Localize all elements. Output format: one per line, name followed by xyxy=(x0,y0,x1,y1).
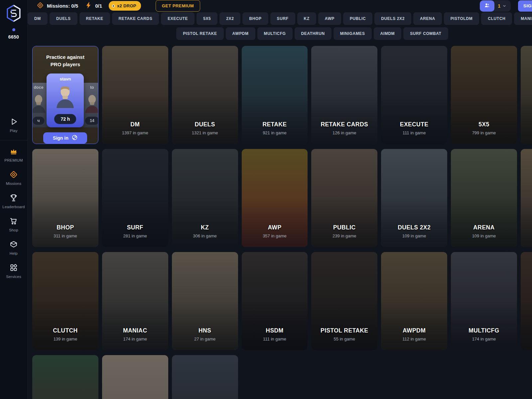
mode-card-player-count: 111 in game xyxy=(381,130,447,135)
brand-logo-icon[interactable] xyxy=(5,4,22,23)
mode-card-retake-cards[interactable]: RETAKE CARDS126 in game xyxy=(311,46,377,144)
mode-card-kz[interactable]: KZ306 in game xyxy=(172,149,238,247)
filter-tab-pistol-retake[interactable]: PISTOL RETAKE xyxy=(176,27,223,40)
mode-card-title: AWP xyxy=(242,224,308,231)
mode-card-surf[interactable]: SURF281 in game xyxy=(102,149,168,247)
sidebar-item-services[interactable]: Services xyxy=(0,259,27,283)
mode-card-title: DEATHRUN xyxy=(521,327,532,334)
filter-tab-clutch[interactable]: CLUTCH xyxy=(481,12,512,25)
mode-card-hns[interactable]: HNS27 in game xyxy=(172,252,238,350)
mode-card-title: PISTOL RETAKE xyxy=(311,327,377,334)
filter-tab-multicfg[interactable]: MULTICFG xyxy=(257,27,293,40)
mode-card-meta: DM1397 in game xyxy=(102,121,168,135)
tag-hole-icon xyxy=(112,5,115,7)
filter-tab-2x2[interactable]: 2X2 xyxy=(219,12,240,25)
filter-tab-awp[interactable]: AWP xyxy=(318,12,341,25)
players-button[interactable] xyxy=(480,0,494,12)
filter-tab-minigames[interactable]: MINIGAMES xyxy=(333,27,372,40)
sidebar-item-premium[interactable]: PREMIUM xyxy=(0,143,27,166)
mode-card-image xyxy=(32,355,98,399)
filter-tab-awpdm[interactable]: AWPDM xyxy=(226,27,255,40)
mode-card-awpdm[interactable]: AWPDM112 in game xyxy=(381,252,447,350)
filter-tab-duels[interactable]: DUELS xyxy=(50,12,77,25)
filter-tab-maniac[interactable]: MANIAC xyxy=(514,12,532,25)
pro-players-promo-card[interactable]: Practice against PRO players doce ч stav… xyxy=(32,46,98,144)
filter-tab-5x5[interactable]: 5X5 xyxy=(197,12,217,25)
promo-sign-in-label: Sign in xyxy=(53,135,68,141)
mode-card-player-count: 799 in game xyxy=(451,130,517,135)
mode-card-5x5[interactable]: 5X5799 in game xyxy=(451,46,517,144)
pro-player-photo xyxy=(53,83,77,110)
mode-card-title: AWPDM xyxy=(381,327,447,334)
promo-sign-in-button[interactable]: Sign in xyxy=(43,132,87,144)
mode-card-player-count: 281 in game xyxy=(102,233,168,238)
filter-tab-kz[interactable]: KZ xyxy=(297,12,316,25)
mode-card-player-count: 174 in game xyxy=(451,336,517,341)
mode-card-title: MULTICFG xyxy=(451,327,517,334)
mode-card-duels[interactable]: DUELS1321 in game xyxy=(172,46,238,144)
get-premium-button[interactable]: GET PREMIUM xyxy=(156,0,200,12)
filter-tab-public[interactable]: PUBLIC xyxy=(343,12,372,25)
mode-card-2x2[interactable]: 2X2227 in game xyxy=(521,46,532,144)
sidebar-item-label: Services xyxy=(6,275,21,279)
bolt-icon xyxy=(85,2,92,10)
mode-card-meta: DUELS 2X2109 in game xyxy=(381,224,447,238)
mode-card-maniac[interactable]: MANIAC174 in game xyxy=(102,252,168,350)
sidebar-item-missions[interactable]: Missions xyxy=(0,166,27,190)
filter-tab-bhop[interactable]: BHOP xyxy=(242,12,268,25)
x2-drop-badge[interactable]: x2 DROP xyxy=(109,1,141,11)
missions-progress-label: Missions: 0/5 xyxy=(47,3,78,9)
filter-tab-surf[interactable]: SURF xyxy=(270,12,295,25)
mode-card-bhop[interactable]: BHOP311 in game xyxy=(32,149,98,247)
mode-card-player-count: 1397 in game xyxy=(102,130,168,135)
pro-player-hours-badge: 72 h xyxy=(54,114,76,124)
filter-tab-aimdm[interactable]: AIMDM xyxy=(374,27,402,40)
mode-card-hsdm[interactable]: HSDM111 in game xyxy=(242,252,308,350)
mode-card-awp[interactable]: AWP357 in game xyxy=(242,149,308,247)
mode-card-pistol-retake[interactable]: PISTOL RETAKE55 in game xyxy=(311,252,377,350)
filter-tab-duels-2x2[interactable]: DUELS 2X2 xyxy=(374,12,411,25)
sidebar-item-shop[interactable]: Shop xyxy=(0,213,27,236)
pro-player-card-center: stavn 72 h xyxy=(47,73,84,127)
mode-card-duels-2x2[interactable]: DUELS 2X2109 in game xyxy=(381,149,447,247)
online-selector[interactable]: 1 xyxy=(480,0,511,12)
sign-in-steam-button[interactable]: SIGN IN WITH STEAM xyxy=(518,0,532,12)
sidebar-item-leaderboard[interactable]: Leaderboard xyxy=(0,190,27,213)
mode-card-partial[interactable] xyxy=(102,355,168,399)
filter-tab-dm[interactable]: DM xyxy=(28,12,48,25)
mode-card-public[interactable]: PUBLIC239 in game xyxy=(311,149,377,247)
mode-card-execute[interactable]: EXECUTE111 in game xyxy=(381,46,447,144)
mode-card-multicfg[interactable]: MULTICFG174 in game xyxy=(451,252,517,350)
filter-tab-surf-combat[interactable]: SURF COMBAT xyxy=(403,27,448,40)
filter-tab-pistoldm[interactable]: PISTOLDM xyxy=(444,12,479,25)
topbar: Missions: 0/5 0/1 x2 DROP GET PREMIUM 1 xyxy=(28,0,532,12)
mode-card-deathrun[interactable]: DEATHRUN27 in game xyxy=(521,252,532,350)
missions-progress[interactable]: Missions: 0/5 xyxy=(37,2,78,10)
bonus-progress[interactable]: 0/1 xyxy=(85,2,102,10)
mode-card-partial[interactable] xyxy=(32,355,98,399)
filter-tab-retake[interactable]: RETAKE xyxy=(79,12,110,25)
mode-card-title: DUELS 2X2 xyxy=(381,224,447,231)
coin-counter: 6650 xyxy=(8,34,19,40)
filter-tab-deathrun[interactable]: DEATHRUN xyxy=(295,27,332,40)
mode-card-title: 5X5 xyxy=(451,121,517,128)
mode-card-retake[interactable]: RETAKE921 in game xyxy=(242,46,308,144)
filter-tab-arena[interactable]: ARENA xyxy=(413,12,442,25)
trophy-icon xyxy=(9,194,18,202)
sidebar: 6650 PlayPREMIUMMissionsLeaderboardShopH… xyxy=(0,0,28,399)
mode-card-title: HNS xyxy=(172,327,238,334)
mode-card-title: PUBLIC xyxy=(311,224,377,231)
pro-player-photo xyxy=(82,91,98,115)
mode-card-partial[interactable] xyxy=(172,355,238,399)
mode-card-clutch[interactable]: CLUTCH139 in game xyxy=(32,252,98,350)
filter-tab-execute[interactable]: EXECUTE xyxy=(161,12,195,25)
mode-card-arena[interactable]: ARENA109 in game xyxy=(451,149,517,247)
mode-card-dm[interactable]: DM1397 in game xyxy=(102,46,168,144)
mode-card-pistoldm[interactable]: PISTOLDM182 in game xyxy=(521,149,532,247)
sidebar-item-help[interactable]: Help xyxy=(0,236,27,259)
mode-card-player-count: 182 in game xyxy=(521,233,532,238)
missions-diamond-icon xyxy=(37,2,44,10)
filter-tab-retake-cards[interactable]: RETAKE CARDS xyxy=(112,12,159,25)
sidebar-item-play[interactable]: Play xyxy=(0,113,27,140)
mode-card-player-count: 27 in game xyxy=(521,336,532,341)
